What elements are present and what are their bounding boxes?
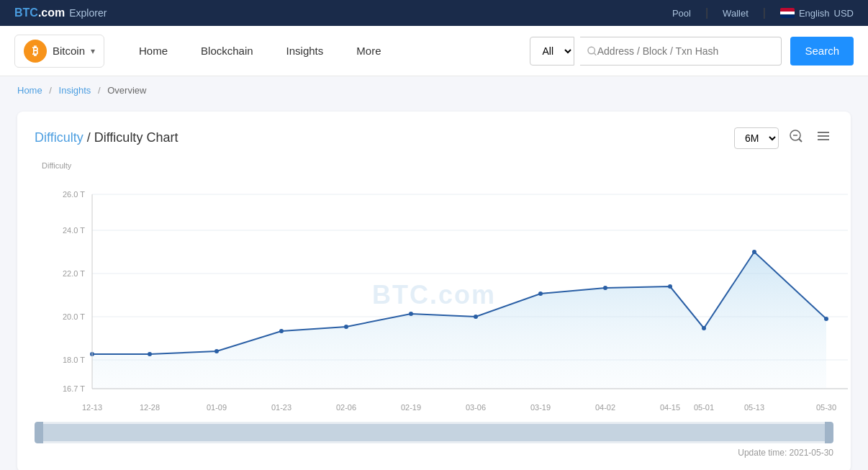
svg-point-36	[214, 349, 219, 353]
svg-point-40	[474, 315, 478, 319]
svg-text:05-30: 05-30	[816, 403, 836, 412]
breadcrumb-overview: Overview	[107, 85, 146, 96]
search-icon	[587, 46, 597, 56]
svg-point-43	[668, 284, 672, 289]
svg-text:04-02: 04-02	[595, 403, 615, 412]
lang-currency: English USD	[780, 8, 854, 19]
svg-text:02-19: 02-19	[401, 403, 421, 412]
svg-text:02-06: 02-06	[336, 403, 356, 412]
nav-blockchain[interactable]: Blockchain	[188, 39, 266, 63]
nav-more[interactable]: More	[343, 39, 394, 63]
svg-line-4	[799, 139, 802, 142]
nav-home[interactable]: Home	[126, 39, 181, 63]
breadcrumb-home[interactable]: Home	[17, 85, 42, 96]
svg-text:04-15: 04-15	[660, 403, 680, 412]
chart-scrollbar[interactable]	[35, 422, 833, 443]
update-time: Update time: 2021-05-30	[35, 448, 833, 458]
svg-text:03-19: 03-19	[530, 403, 551, 412]
svg-text:12-28: 12-28	[140, 403, 160, 412]
svg-text:05-01: 05-01	[694, 403, 714, 412]
period-select[interactable]: 6M 1M 3M 1Y	[734, 127, 779, 149]
nav-links: Home Blockchain Insights More	[126, 39, 523, 63]
chart-title: Difficulty / Difficulty Chart	[35, 130, 178, 145]
svg-text:22.0 T: 22.0 T	[63, 269, 85, 278]
bitcoin-label: Bitcoin	[53, 45, 85, 57]
pool-link[interactable]: Pool	[672, 8, 691, 19]
svg-text:05-13: 05-13	[744, 403, 764, 412]
search-area: All Search	[530, 37, 854, 65]
top-bar: BTC.com Explorer Pool | Wallet | English…	[0, 0, 868, 26]
svg-point-38	[344, 325, 348, 329]
zoom-out-button[interactable]	[786, 126, 806, 150]
language-selector[interactable]: English	[799, 8, 830, 19]
svg-text:26.0 T: 26.0 T	[63, 190, 85, 199]
scrollbar-handle-left[interactable]	[35, 422, 43, 443]
svg-point-42	[603, 286, 607, 290]
svg-text:03-06: 03-06	[466, 403, 486, 412]
difficulty-chart: 26.0 T 24.0 T 22.0 T 20.0 T 18.0 T 16.7 …	[35, 173, 862, 417]
chart-svg-container: BTC.com 26.0 T 24.0 T 22.0 T 20.0 T 18.0	[35, 173, 833, 417]
chart-title-link[interactable]: Difficulty	[35, 130, 83, 145]
search-input-wrap	[580, 37, 782, 65]
search-type-dropdown[interactable]: All	[530, 37, 574, 65]
bitcoin-selector[interactable]: ₿ Bitcoin ▾	[14, 35, 104, 68]
topbar-right: Pool | Wallet | English USD	[672, 6, 854, 19]
svg-text:18.0 T: 18.0 T	[63, 356, 85, 364]
svg-point-46	[824, 317, 828, 321]
zoom-out-icon	[789, 129, 803, 143]
chart-header: Difficulty / Difficulty Chart 6M 1M 3M 1…	[35, 126, 833, 150]
y-axis-label: Difficulty	[42, 161, 833, 170]
brand-explorer-label: Explorer	[69, 7, 107, 19]
svg-point-35	[148, 352, 152, 356]
svg-text:12-13: 12-13	[82, 403, 102, 412]
nav-bar: ₿ Bitcoin ▾ Home Blockchain Insights Mor…	[0, 26, 868, 76]
svg-point-44	[702, 326, 706, 330]
chart-wrap: Difficulty BTC.com 26.0 T 24.0 T 22.0 T	[35, 161, 833, 458]
search-button[interactable]: Search	[790, 37, 854, 65]
svg-text:16.7 T: 16.7 T	[63, 384, 85, 393]
nav-insights[interactable]: Insights	[273, 39, 337, 63]
breadcrumb: Home / Insights / Overview	[0, 76, 868, 104]
main-content: Difficulty / Difficulty Chart 6M 1M 3M 1…	[0, 104, 868, 470]
chart-title-rest: / Difficulty Chart	[83, 130, 178, 145]
menu-button[interactable]	[813, 126, 833, 150]
brand-area: BTC.com Explorer	[14, 6, 107, 19]
svg-text:24.0 T: 24.0 T	[63, 226, 85, 235]
svg-text:20.0 T: 20.0 T	[63, 312, 85, 321]
btc-icon: ₿	[24, 40, 47, 63]
hamburger-icon	[816, 129, 831, 143]
svg-point-37	[279, 329, 284, 333]
chevron-down-icon: ▾	[91, 46, 95, 56]
chart-controls: 6M 1M 3M 1Y	[734, 126, 833, 150]
svg-marker-33	[92, 252, 826, 389]
chart-card: Difficulty / Difficulty Chart 6M 1M 3M 1…	[17, 112, 851, 470]
svg-text:01-23: 01-23	[271, 403, 291, 412]
scrollbar-handle-right[interactable]	[825, 422, 833, 443]
currency-selector[interactable]: USD	[834, 8, 854, 19]
svg-text:01-09: 01-09	[207, 403, 227, 412]
search-input[interactable]	[597, 45, 774, 57]
svg-line-1	[595, 53, 597, 55]
svg-point-0	[588, 47, 595, 53]
svg-point-41	[538, 292, 543, 296]
flag-icon	[780, 8, 795, 18]
svg-point-45	[752, 250, 756, 254]
breadcrumb-insights[interactable]: Insights	[59, 85, 91, 96]
wallet-link[interactable]: Wallet	[723, 8, 749, 19]
scrollbar-thumb	[35, 424, 833, 441]
brand-logo: BTC.com	[14, 6, 65, 19]
svg-point-39	[409, 312, 413, 316]
